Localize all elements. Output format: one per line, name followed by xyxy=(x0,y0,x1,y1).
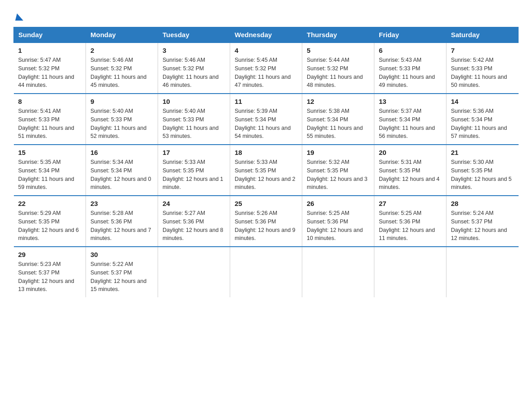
day-number: 17 xyxy=(163,149,225,156)
day-cell: 18 Sunrise: 5:33 AM Sunset: 5:35 PM Dayl… xyxy=(230,145,302,196)
day-number: 14 xyxy=(451,98,514,105)
day-cell: 27 Sunrise: 5:25 AM Sunset: 5:36 PM Dayl… xyxy=(374,196,446,247)
day-info: Sunrise: 5:25 AM Sunset: 5:36 PM Dayligh… xyxy=(379,209,442,243)
week-row-4: 22 Sunrise: 5:29 AM Sunset: 5:35 PM Dayl… xyxy=(14,196,519,247)
day-cell: 19 Sunrise: 5:32 AM Sunset: 5:35 PM Dayl… xyxy=(302,145,374,196)
day-info: Sunrise: 5:45 AM Sunset: 5:32 PM Dayligh… xyxy=(235,56,297,90)
day-cell: 30 Sunrise: 5:22 AM Sunset: 5:37 PM Dayl… xyxy=(86,247,158,297)
day-cell: 9 Sunrise: 5:40 AM Sunset: 5:33 PM Dayli… xyxy=(86,94,158,145)
day-number: 28 xyxy=(451,200,514,207)
day-info: Sunrise: 5:22 AM Sunset: 5:37 PM Dayligh… xyxy=(90,260,153,294)
day-cell: 26 Sunrise: 5:25 AM Sunset: 5:36 PM Dayl… xyxy=(302,196,374,247)
day-number: 5 xyxy=(307,47,369,54)
day-cell: 24 Sunrise: 5:27 AM Sunset: 5:36 PM Dayl… xyxy=(158,196,230,247)
day-number: 19 xyxy=(307,149,369,156)
day-info: Sunrise: 5:39 AM Sunset: 5:34 PM Dayligh… xyxy=(235,107,297,141)
day-cell: 13 Sunrise: 5:37 AM Sunset: 5:34 PM Dayl… xyxy=(374,94,446,145)
day-number: 26 xyxy=(307,200,369,207)
day-info: Sunrise: 5:26 AM Sunset: 5:36 PM Dayligh… xyxy=(235,209,297,243)
day-info: Sunrise: 5:41 AM Sunset: 5:33 PM Dayligh… xyxy=(18,107,82,141)
logo xyxy=(13,13,24,22)
day-cell: 6 Sunrise: 5:43 AM Sunset: 5:33 PM Dayli… xyxy=(374,43,446,94)
day-number: 27 xyxy=(379,200,442,207)
day-info: Sunrise: 5:38 AM Sunset: 5:34 PM Dayligh… xyxy=(307,107,369,141)
day-number: 3 xyxy=(163,47,225,54)
day-cell: 11 Sunrise: 5:39 AM Sunset: 5:34 PM Dayl… xyxy=(230,94,302,145)
week-row-3: 15 Sunrise: 5:35 AM Sunset: 5:34 PM Dayl… xyxy=(14,145,519,196)
day-number: 10 xyxy=(163,98,225,105)
day-info: Sunrise: 5:24 AM Sunset: 5:37 PM Dayligh… xyxy=(451,209,514,243)
day-number: 9 xyxy=(90,98,153,105)
page-header xyxy=(13,9,519,22)
day-info: Sunrise: 5:29 AM Sunset: 5:35 PM Dayligh… xyxy=(18,209,82,243)
week-row-5: 29 Sunrise: 5:23 AM Sunset: 5:37 PM Dayl… xyxy=(14,247,519,297)
day-number: 30 xyxy=(90,251,153,258)
day-number: 15 xyxy=(18,149,82,156)
day-info: Sunrise: 5:37 AM Sunset: 5:34 PM Dayligh… xyxy=(379,107,442,141)
day-cell: 17 Sunrise: 5:33 AM Sunset: 5:35 PM Dayl… xyxy=(158,145,230,196)
day-cell: 28 Sunrise: 5:24 AM Sunset: 5:37 PM Dayl… xyxy=(446,196,519,247)
day-info: Sunrise: 5:27 AM Sunset: 5:36 PM Dayligh… xyxy=(163,209,225,243)
header-thursday: Thursday xyxy=(302,27,374,43)
day-cell xyxy=(158,247,230,297)
week-row-1: 1 Sunrise: 5:47 AM Sunset: 5:32 PM Dayli… xyxy=(14,43,519,94)
day-cell: 21 Sunrise: 5:30 AM Sunset: 5:35 PM Dayl… xyxy=(446,145,519,196)
day-number: 2 xyxy=(90,47,153,54)
header-sunday: Sunday xyxy=(14,27,86,43)
day-number: 29 xyxy=(18,251,82,258)
day-info: Sunrise: 5:36 AM Sunset: 5:34 PM Dayligh… xyxy=(451,107,514,141)
day-cell: 7 Sunrise: 5:42 AM Sunset: 5:33 PM Dayli… xyxy=(446,43,519,94)
day-cell: 12 Sunrise: 5:38 AM Sunset: 5:34 PM Dayl… xyxy=(302,94,374,145)
day-cell: 8 Sunrise: 5:41 AM Sunset: 5:33 PM Dayli… xyxy=(14,94,86,145)
day-cell xyxy=(374,247,446,297)
day-info: Sunrise: 5:40 AM Sunset: 5:33 PM Dayligh… xyxy=(163,107,225,141)
day-info: Sunrise: 5:23 AM Sunset: 5:37 PM Dayligh… xyxy=(18,260,82,294)
day-cell: 15 Sunrise: 5:35 AM Sunset: 5:34 PM Dayl… xyxy=(14,145,86,196)
day-cell: 2 Sunrise: 5:46 AM Sunset: 5:32 PM Dayli… xyxy=(86,43,158,94)
week-row-2: 8 Sunrise: 5:41 AM Sunset: 5:33 PM Dayli… xyxy=(14,94,519,145)
day-cell: 25 Sunrise: 5:26 AM Sunset: 5:36 PM Dayl… xyxy=(230,196,302,247)
day-info: Sunrise: 5:32 AM Sunset: 5:35 PM Dayligh… xyxy=(307,158,369,192)
day-number: 24 xyxy=(163,200,225,207)
day-info: Sunrise: 5:35 AM Sunset: 5:34 PM Dayligh… xyxy=(18,158,82,192)
day-number: 18 xyxy=(235,149,297,156)
day-info: Sunrise: 5:33 AM Sunset: 5:35 PM Dayligh… xyxy=(163,158,225,192)
day-number: 21 xyxy=(451,149,514,156)
day-number: 20 xyxy=(379,149,442,156)
day-cell: 3 Sunrise: 5:46 AM Sunset: 5:32 PM Dayli… xyxy=(158,43,230,94)
calendar-header: SundayMondayTuesdayWednesdayThursdayFrid… xyxy=(14,27,519,43)
day-number: 13 xyxy=(379,98,442,105)
day-info: Sunrise: 5:40 AM Sunset: 5:33 PM Dayligh… xyxy=(90,107,153,141)
day-info: Sunrise: 5:43 AM Sunset: 5:33 PM Dayligh… xyxy=(379,56,442,90)
day-cell xyxy=(230,247,302,297)
day-number: 7 xyxy=(451,47,514,54)
day-cell: 14 Sunrise: 5:36 AM Sunset: 5:34 PM Dayl… xyxy=(446,94,519,145)
day-cell: 16 Sunrise: 5:34 AM Sunset: 5:34 PM Dayl… xyxy=(86,145,158,196)
day-number: 12 xyxy=(307,98,369,105)
day-cell: 23 Sunrise: 5:28 AM Sunset: 5:36 PM Dayl… xyxy=(86,196,158,247)
day-cell: 29 Sunrise: 5:23 AM Sunset: 5:37 PM Dayl… xyxy=(14,247,86,297)
day-number: 16 xyxy=(90,149,153,156)
day-number: 1 xyxy=(18,47,82,54)
day-info: Sunrise: 5:30 AM Sunset: 5:35 PM Dayligh… xyxy=(451,158,514,192)
logo-triangle-icon xyxy=(14,13,24,22)
day-info: Sunrise: 5:46 AM Sunset: 5:32 PM Dayligh… xyxy=(163,56,225,90)
calendar-table: SundayMondayTuesdayWednesdayThursdayFrid… xyxy=(13,27,519,297)
header-row: SundayMondayTuesdayWednesdayThursdayFrid… xyxy=(14,27,519,43)
day-cell xyxy=(446,247,519,297)
day-info: Sunrise: 5:31 AM Sunset: 5:35 PM Dayligh… xyxy=(379,158,442,192)
day-info: Sunrise: 5:28 AM Sunset: 5:36 PM Dayligh… xyxy=(90,209,153,243)
header-monday: Monday xyxy=(86,27,158,43)
day-number: 8 xyxy=(18,98,82,105)
day-info: Sunrise: 5:33 AM Sunset: 5:35 PM Dayligh… xyxy=(235,158,297,192)
day-number: 4 xyxy=(235,47,297,54)
day-number: 23 xyxy=(90,200,153,207)
day-number: 22 xyxy=(18,200,82,207)
day-cell: 22 Sunrise: 5:29 AM Sunset: 5:35 PM Dayl… xyxy=(14,196,86,247)
day-number: 25 xyxy=(235,200,297,207)
day-info: Sunrise: 5:46 AM Sunset: 5:32 PM Dayligh… xyxy=(90,56,153,90)
day-cell: 1 Sunrise: 5:47 AM Sunset: 5:32 PM Dayli… xyxy=(14,43,86,94)
header-tuesday: Tuesday xyxy=(158,27,230,43)
header-wednesday: Wednesday xyxy=(230,27,302,43)
header-saturday: Saturday xyxy=(446,27,519,43)
